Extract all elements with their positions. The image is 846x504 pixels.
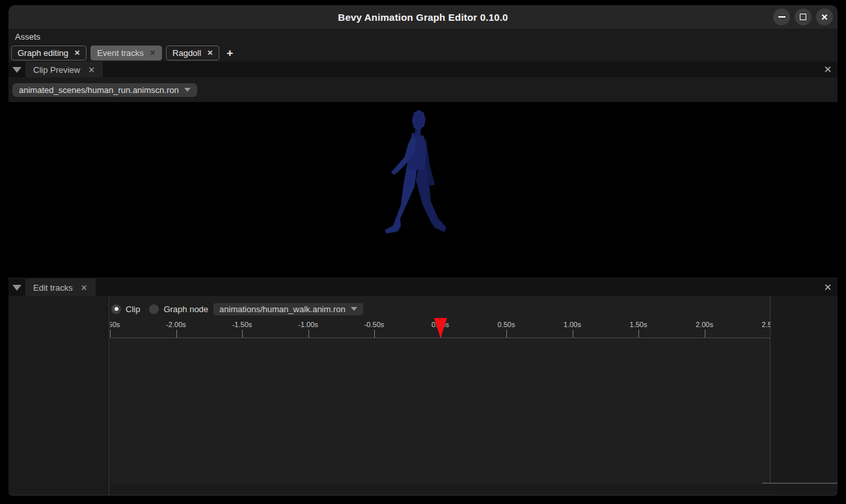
dock-tab-clip-preview[interactable]: Clip Preview ✕ (25, 62, 103, 77)
timeline-scrollbar[interactable] (762, 483, 838, 484)
tab-close-icon[interactable]: ✕ (207, 49, 213, 57)
collapse-panel-button[interactable] (8, 62, 25, 77)
radio-icon (111, 304, 121, 314)
ruler-tick-mark (506, 330, 507, 338)
radio-clip[interactable]: Clip (111, 304, 140, 314)
menu-assets[interactable]: Assets (8, 32, 47, 42)
ruler-tick-mark (573, 330, 573, 338)
scene-file-value: animated_scenes/human_run.animscn.ron (19, 85, 179, 95)
collapse-arrow-icon (12, 67, 21, 73)
tab-graph-editing[interactable]: Graph editing ✕ (11, 46, 87, 60)
ruler-tick-mark (374, 330, 375, 338)
ruler-tick-mark (308, 330, 309, 338)
clip-preview-tabbar: Clip Preview ✕ ✕ (8, 62, 838, 77)
add-tab-button[interactable]: + (223, 47, 236, 59)
ruler-tick-mark (242, 330, 243, 338)
scene-file-dropdown[interactable]: animated_scenes/human_run.animscn.ron (12, 83, 197, 97)
ruler-tick-label: -0.50s (364, 321, 385, 328)
tab-label: Ragdoll (172, 48, 201, 58)
radio-label: Graph node (163, 304, 208, 314)
dock-tab-close-icon[interactable]: ✕ (88, 65, 95, 75)
ruler-tick-label: 0.50s (498, 321, 515, 328)
radio-label: Clip (126, 304, 140, 314)
tab-ragdoll[interactable]: Ragdoll ✕ (166, 46, 219, 60)
window-title: Bevy Animation Graph Editor 0.10.0 (338, 12, 508, 23)
human-figure-preview (371, 102, 475, 245)
ruler-tick-label: 1.50s (630, 321, 648, 328)
dock-tab-edit-tracks[interactable]: Edit tracks ✕ (25, 279, 96, 296)
edit-tracks-tabbar: Edit tracks ✕ ✕ (8, 279, 838, 296)
window-controls: ✕ (773, 8, 833, 25)
preview-viewport-3d[interactable] (8, 102, 838, 278)
ruler-tick-label: 2.50s (762, 321, 771, 328)
tab-event-tracks[interactable]: Event tracks ✕ (90, 46, 162, 60)
timeline-right-margin (771, 296, 838, 496)
titlebar: Bevy Animation Graph Editor 0.10.0 ✕ (8, 5, 838, 29)
minimize-button[interactable] (773, 8, 790, 25)
ruler-tick-label: -2.00s (166, 321, 186, 328)
clip-file-dropdown[interactable]: animations/human_walk.anim.ron (213, 303, 363, 315)
timeline-region[interactable]: Clip Graph node animations/human_walk.an… (110, 296, 771, 483)
ruler-tick-label: -1.00s (298, 321, 318, 328)
tabbar-spacer (103, 62, 818, 77)
ruler-tick-mark (638, 330, 639, 338)
tab-close-icon[interactable]: ✕ (150, 49, 156, 57)
maximize-icon (800, 14, 806, 20)
dock-tab-close-icon[interactable]: ✕ (81, 283, 88, 293)
ruler-tick-label: 2.00s (696, 321, 713, 328)
dock-tab-label: Edit tracks (33, 283, 73, 293)
ruler-tick-label: -1.50s (232, 321, 252, 328)
close-icon: ✕ (821, 13, 828, 21)
app-window: Bevy Animation Graph Editor 0.10.0 ✕ Ass… (8, 5, 838, 496)
edit-tracks-content: Clip Graph node animations/human_walk.an… (8, 296, 838, 496)
ruler-tick-label: 1.00s (564, 321, 581, 328)
close-button[interactable]: ✕ (816, 8, 833, 25)
ruler-tick-mark (110, 330, 111, 338)
ruler-tick-mark (705, 330, 705, 338)
radio-graph-node[interactable]: Graph node (149, 304, 208, 314)
chevron-down-icon (184, 88, 191, 92)
chevron-down-icon (351, 307, 357, 311)
panel-close-button[interactable]: ✕ (818, 62, 838, 77)
ruler-tick-mark (176, 330, 177, 338)
tab-close-icon[interactable]: ✕ (74, 49, 80, 57)
collapse-arrow-icon (12, 285, 21, 291)
dock-tab-label: Clip Preview (33, 65, 80, 75)
tabbar-spacer (96, 279, 818, 296)
tab-label: Event tracks (97, 48, 144, 58)
panel-close-button[interactable]: ✕ (818, 279, 838, 296)
maximize-button[interactable] (795, 8, 812, 25)
clip-preview-header: animated_scenes/human_run.animscn.ron (8, 77, 838, 102)
workspace-tab-strip: Graph editing ✕ Event tracks ✕ Ragdoll ✕… (8, 44, 838, 62)
radio-icon (149, 304, 159, 314)
source-toggle: Clip Graph node (111, 304, 208, 314)
clip-file-value: animations/human_walk.anim.ron (219, 304, 346, 314)
minimize-icon (778, 16, 785, 18)
menubar: Assets (8, 29, 838, 44)
ruler-tick-label: -2.50s (110, 321, 120, 328)
timeline-ruler[interactable]: -2.50s-2.00s-1.50s-1.00s-0.50s0.00s0.50s… (110, 317, 771, 338)
track-list-column (8, 296, 109, 496)
tab-label: Graph editing (18, 48, 68, 58)
playhead-marker[interactable] (434, 318, 447, 338)
collapse-panel-button[interactable] (8, 279, 25, 296)
source-controls: Clip Graph node animations/human_walk.an… (111, 302, 363, 315)
